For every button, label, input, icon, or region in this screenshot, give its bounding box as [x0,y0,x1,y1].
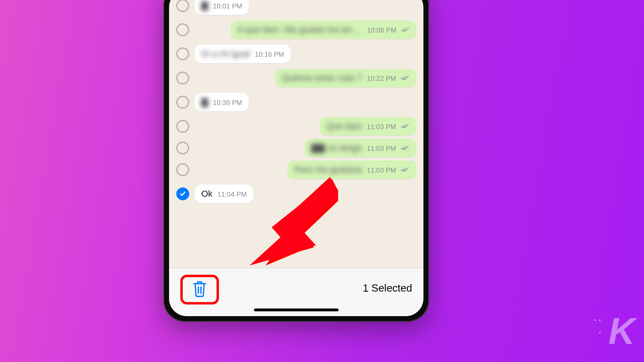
message-text: Pero me gustaría [294,165,362,175]
select-circle[interactable] [176,163,189,176]
message-text: ▇ [201,97,208,107]
read-ticks-icon [401,123,410,129]
message-time: 10:38 PM [213,99,242,107]
message-row[interactable]: Di a mi igual 10:16 PM [176,43,416,64]
select-circle[interactable] [176,96,189,109]
message-row[interactable]: Ok 11:04 PM [176,183,416,204]
check-icon [179,190,186,197]
canvas: ▇ 10:01 PM A que bien. Me gustan los bol… [0,0,644,362]
message-text: A que bien. Me gustan los bolsos [237,25,362,35]
read-ticks-icon [401,145,410,151]
message-bubble-incoming[interactable]: ▇ 10:01 PM [195,0,249,15]
phone-frame: ▇ 10:01 PM A que bien. Me gustan los bol… [163,0,429,322]
select-circle[interactable] [176,142,189,154]
select-circle[interactable] [176,23,189,36]
message-row[interactable]: ▇▇ no tengo 11:03 PM [176,138,416,158]
message-bubble-outgoing[interactable]: A que bien. Me gustan los bolsos 10:06 P… [231,21,416,39]
read-ticks-icon [401,27,410,33]
phone-screen: ▇ 10:01 PM A que bien. Me gustan los bol… [169,0,423,316]
message-row[interactable]: ▇ 10:38 PM [176,92,416,113]
trash-icon [192,280,207,298]
message-bubble-outgoing[interactable]: Que bien 11:03 PM [320,117,416,136]
message-bubble-incoming[interactable]: ▇ 10:38 PM [195,93,249,111]
selection-toolbar: 1 Selected [169,268,423,316]
chat-message-list: ▇ 10:01 PM A que bien. Me gustan los bol… [169,0,423,268]
select-circle[interactable] [176,120,189,133]
message-row[interactable]: Pero me gustaría 11:03 PM [176,159,416,180]
message-row[interactable]: Que bien 11:03 PM [176,116,416,137]
watermark-logo: ∙∙ ∙ K [609,310,633,352]
message-row[interactable]: ▇ 10:01 PM [176,0,416,16]
select-circle[interactable] [176,72,189,84]
message-time: 11:04 PM [217,191,247,199]
message-bubble-incoming[interactable]: Ok 11:04 PM [195,185,253,203]
message-bubble-outgoing[interactable]: Quieres tener más ? 10:22 PM [275,69,416,87]
home-indicator[interactable] [254,309,339,311]
select-circle[interactable] [176,0,189,12]
watermark-letter: K [609,311,633,352]
message-time: 11:03 PM [367,123,396,131]
select-circle-checked[interactable] [176,187,189,200]
message-text: ▇▇ no tengo [311,143,362,153]
message-text: ▇ [201,0,208,11]
message-text: Di a mi igual [201,49,250,59]
delete-button[interactable] [192,280,207,299]
selection-count-label: 1 Selected [363,282,412,294]
message-time: 10:22 PM [367,75,396,83]
message-bubble-outgoing[interactable]: ▇▇ no tengo 11:03 PM [305,139,416,157]
annotation-highlight-box [180,275,219,304]
select-circle[interactable] [176,47,189,60]
message-row[interactable]: Quieres tener más ? 10:22 PM [176,68,416,88]
message-time: 10:16 PM [255,51,284,59]
message-text: Ok [201,189,213,199]
message-bubble-outgoing[interactable]: Pero me gustaría 11:03 PM [287,160,416,179]
watermark-dots-icon: ∙∙ ∙ [594,314,603,339]
message-row[interactable]: A que bien. Me gustan los bolsos 10:06 P… [176,19,416,40]
message-bubble-incoming[interactable]: Di a mi igual 10:16 PM [195,45,291,63]
message-time: 10:01 PM [213,2,242,10]
message-time: 11:03 PM [367,167,396,175]
message-text: Que bien [326,121,362,132]
message-text: Quieres tener más ? [282,73,362,83]
message-time: 10:06 PM [367,27,396,35]
message-time: 11:03 PM [367,145,396,153]
read-ticks-icon [401,167,410,173]
read-ticks-icon [401,75,410,81]
